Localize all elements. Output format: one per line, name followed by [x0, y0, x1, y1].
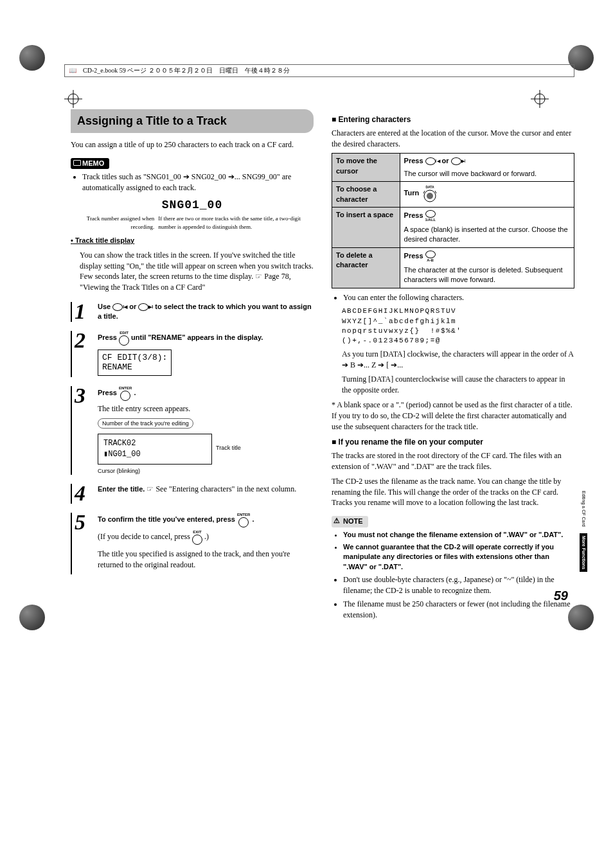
step3-lcd-line1: TRACK02 [103, 438, 206, 449]
corner-sphere-br-icon [568, 605, 594, 630]
enter-button-icon-2: ENTER [237, 513, 250, 527]
step3-right-label: Track title [216, 444, 241, 452]
note-label: NOTE [332, 516, 368, 527]
step3-post: . [134, 389, 136, 396]
step3-lcd-line2: ▮NG01_00 [103, 449, 206, 460]
step-number-1: 1 [71, 302, 93, 322]
lcd-title-example: SNG01_00 [71, 197, 314, 213]
print-header: 📖 CD-2_e.book 59 ページ ２００５年２月２０日 日曜日 午後４時… [64, 64, 574, 77]
rename-heading: If you rename the file on your computer [332, 437, 574, 448]
step5-post: . [252, 515, 254, 523]
step3-bottom-label: Cursor (blinking) [98, 467, 314, 475]
step5-cancel-post: .) [204, 532, 209, 541]
note-item-4: The filename must be 250 characters or f… [343, 599, 574, 621]
step2-lcd-line2: RENAME [102, 362, 167, 373]
note-item-1: You must not change the filename extensi… [343, 530, 574, 540]
step3-lcd: TRACK02 ▮NG01_00 [98, 434, 212, 465]
row3-pre: Press [404, 211, 425, 219]
step2-lcd: CF EDIT(3/8): RENAME [98, 350, 172, 376]
step-number-5: 5 [71, 513, 93, 574]
registration-mark-tl-icon [64, 90, 82, 108]
step5-pre: To confirm the title you've entered, pre… [98, 515, 237, 523]
entering-chars-intro: Characters are entered at the location o… [332, 128, 574, 150]
step2-pre: Press [98, 333, 119, 341]
char-action-table: To move the cursor Press I◀ or ▶I The cu… [332, 153, 574, 288]
charset-star-note: * A blank space or a "." (period) cannot… [332, 400, 574, 432]
a-b-button-icon: A-B [425, 251, 436, 263]
print-header-text: CD-2_e.book 59 ページ ２００５年２月２０日 日曜日 午後４時２８… [83, 66, 290, 75]
step4-ref: ☞ See "Entering characters" in the next … [147, 484, 296, 493]
track-title-body: You can show the track titles in the scr… [80, 250, 314, 293]
step5-cancel-pre: (If you decide to cancel, press [98, 532, 192, 541]
entering-chars-heading: Entering characters [332, 114, 574, 125]
rename-p1: The tracks are stored in the root direct… [332, 450, 574, 472]
side-tabs: Editing a CF Card More Functions [580, 488, 587, 576]
page-number: 59 [554, 587, 568, 605]
charset-note2: Turning [DATA] counterclockwise will cau… [342, 374, 574, 396]
side-tab-more-functions: More Functions [580, 533, 587, 572]
note-list: You must not change the filename extensi… [332, 530, 574, 621]
corner-sphere-bl-icon [19, 605, 45, 630]
charset-intro: You can enter the following characters. [343, 292, 574, 303]
svg-point-8 [427, 193, 433, 199]
step1-mid: or [129, 303, 138, 310]
memo-item: Track titles such as "SNG01_00 ➔ SNG02_0… [82, 172, 314, 193]
one-all-button-icon: 1/ALL [425, 210, 436, 222]
step3-pre: Press [98, 389, 119, 396]
next-button-icon-2: ▶I [451, 157, 466, 165]
row1-desc: The cursor will move backward or forward… [404, 169, 570, 179]
step5-final: The title you specified is assigned to t… [98, 549, 314, 571]
header-sphere-icon [19, 45, 45, 71]
note-item-3: Don't use double-byte characters (e.g., … [343, 574, 574, 596]
memo-label: MEMO [71, 158, 109, 169]
step1-pre: Use [98, 303, 112, 310]
row2-label: To choose a character [332, 182, 400, 208]
row1-label: To move the cursor [332, 154, 400, 182]
step-number-2: 2 [71, 331, 93, 377]
step2-lcd-line1: CF EDIT(3/8): [102, 353, 167, 363]
memo-list: Track titles such as "SNG01_00 ➔ SNG02_0… [71, 172, 314, 193]
row4-label: To delete a character [332, 247, 400, 288]
row1-mid: or [442, 157, 451, 164]
rename-p2: The CD-2 uses the filename as the track … [332, 476, 574, 508]
row4-desc: The character at the cursor is deleted. … [404, 265, 570, 285]
book-icon: 📖 [69, 66, 76, 75]
note-item-2: We cannot guarantee that the CD-2 will o… [343, 542, 574, 572]
svg-text:DATA: DATA [426, 185, 435, 189]
row3-desc: A space (blank) is inserted at the curso… [404, 225, 570, 245]
registration-mark-tr-icon [531, 90, 549, 108]
step2-post: until "RENAME" appears in the display. [131, 333, 263, 341]
section-title: Assigning a Title to a Track [71, 109, 314, 133]
edit-button-icon: EDIT [119, 331, 129, 346]
caption-right: If there are two or more tracks with the… [158, 215, 314, 231]
row1-pre: Press [404, 157, 425, 164]
caption-left: Track number assigned when recording. [71, 215, 154, 231]
intro-text: You can assign a title of up to 250 char… [71, 139, 314, 150]
prev-button-icon-2: I◀ [425, 157, 440, 165]
side-tab-editing: Editing a CF Card [580, 488, 587, 529]
step-number-3: 3 [71, 386, 93, 475]
step3-diagram-caption: Number of the track you're editing [98, 418, 193, 429]
exit-button-icon: EXIT [192, 530, 202, 545]
charset-display: ABCDEFGHIJKLMNOPQRSTUV WXYZ[]^_`abcdefgh… [342, 306, 574, 346]
step4-pre: Enter the title. [98, 485, 147, 493]
data-knob-icon: DATA [421, 184, 439, 202]
step-number-4: 4 [71, 484, 93, 504]
row4-pre: Press [404, 252, 425, 260]
row3-label: To insert a space [332, 207, 400, 247]
charset-note1: As you turn [DATA] clockwise, the charac… [342, 349, 574, 371]
enter-button-icon: ENTER [119, 386, 132, 401]
prev-button-icon: I◀ [112, 303, 127, 311]
next-button-icon: ▶I [138, 303, 153, 311]
bullet: • [71, 236, 73, 244]
step3-plain: The title entry screen appears. [98, 403, 314, 414]
row2-pre: Turn [404, 189, 422, 197]
track-title-display-heading: Track title display [75, 236, 134, 244]
